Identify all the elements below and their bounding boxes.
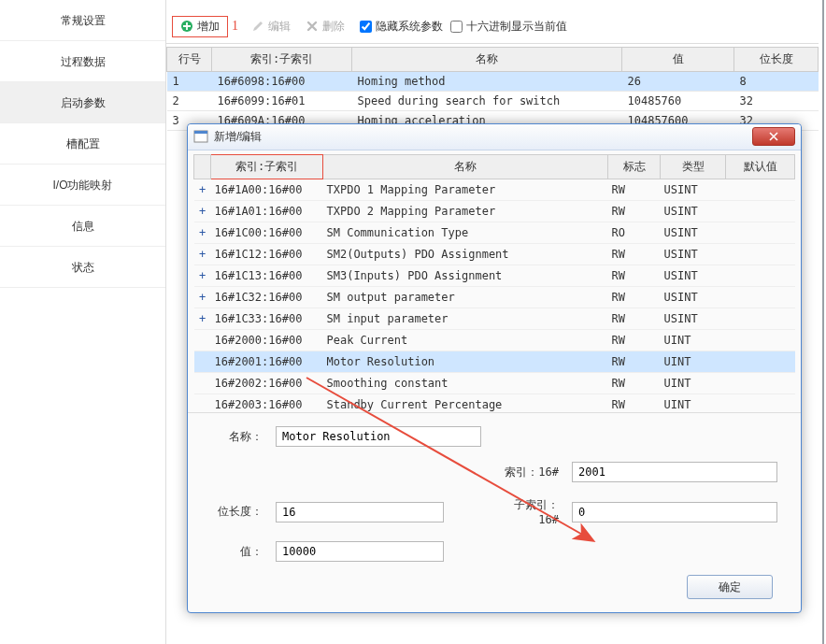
dialog-grid-container[interactable]: 索引:子索引 名称 标志 类型 默认值 +16#1A00:16#00TXPDO … <box>188 150 801 413</box>
sidebar-item-status[interactable]: 状态 <box>0 247 165 288</box>
table-row[interactable]: 16#2002:16#00Smoothing constantRWUINT <box>194 372 795 394</box>
cell-index: 16#1C33:16#00 <box>211 308 323 329</box>
table-row[interactable]: +16#1C12:16#00SM2(Outputs) PDO Assignmen… <box>194 243 795 265</box>
cell-index: 16#1C13:16#00 <box>211 265 323 286</box>
cell-index: 16#1A00:16#00 <box>211 179 323 200</box>
cell-name: SM input parameter <box>323 308 608 329</box>
cell-index: 16#1C12:16#00 <box>211 243 323 265</box>
ok-button-label: 确定 <box>719 580 741 594</box>
expand-icon[interactable]: + <box>194 222 211 243</box>
delete-button[interactable]: 删除 <box>298 17 352 36</box>
expand-icon[interactable]: + <box>194 308 211 329</box>
hide-sys-params-checkbox-input[interactable] <box>360 21 372 33</box>
expand-icon[interactable]: + <box>194 286 211 308</box>
table-row[interactable]: 2 16#6099:16#01 Speed during search for … <box>167 92 819 111</box>
expand-icon[interactable] <box>194 329 211 351</box>
annotation-1: 1 <box>232 19 238 34</box>
hex-display-checkbox-input[interactable] <box>450 21 463 33</box>
toolbar: 增加 1 编辑 删除 隐藏系统参数 十六进制显示当前值 <box>166 9 819 43</box>
dialog-titlebar[interactable]: 新增/编辑 <box>188 124 801 150</box>
expand-icon[interactable]: + <box>194 200 211 222</box>
dcol-flag[interactable]: 标志 <box>608 154 661 179</box>
table-row[interactable]: 16#2000:16#00Peak CurrentRWUINT <box>194 329 795 351</box>
cell-type: USINT <box>661 286 726 308</box>
sidebar-item-general[interactable]: 常规设置 <box>0 0 165 41</box>
value-input[interactable] <box>276 541 444 562</box>
dialog-app-icon <box>193 129 208 144</box>
table-row[interactable]: +16#1A01:16#00TXPDO 2 Mapping ParameterR… <box>194 200 795 222</box>
cell: 26 <box>622 72 734 92</box>
table-row[interactable]: +16#1C33:16#00SM input parameterRWUSINT <box>194 308 795 329</box>
cell-flag: RO <box>608 222 661 243</box>
subindex-input[interactable] <box>572 502 777 522</box>
dcol-index[interactable]: 索引:子索引 <box>211 154 323 179</box>
table-row[interactable]: 16#2001:16#00Motor ResolutionRWUINT <box>194 351 795 372</box>
sidebar-item-info[interactable]: 信息 <box>0 206 165 247</box>
table-row[interactable]: +16#1A00:16#00TXPDO 1 Mapping ParameterR… <box>194 179 795 200</box>
cell-name: TXPDO 2 Mapping Parameter <box>323 200 608 222</box>
cell: 16#6099:16#01 <box>212 92 352 111</box>
expand-icon[interactable] <box>194 351 211 372</box>
sidebar-item-label: 状态 <box>72 261 94 274</box>
hex-display-checkbox[interactable]: 十六进制显示当前值 <box>450 19 567 35</box>
sidebar-item-startup-params[interactable]: 启动参数 <box>0 82 165 123</box>
sidebar-item-label: 启动参数 <box>61 96 106 109</box>
cell-name: TXPDO 1 Mapping Parameter <box>323 179 608 200</box>
index-input[interactable] <box>572 462 777 482</box>
cell-type: USINT <box>661 265 726 286</box>
name-input[interactable] <box>276 426 481 447</box>
sidebar-item-process-data[interactable]: 过程数据 <box>0 41 165 82</box>
bitlen-label: 位长度： <box>201 504 268 520</box>
cell-type: USINT <box>661 179 726 200</box>
cell-flag: RW <box>608 243 661 265</box>
add-edit-dialog: 新增/编辑 索引:子索引 名称 标志 类型 默认值 +16#1A00:16#00… <box>187 123 802 613</box>
expand-icon[interactable] <box>194 394 211 413</box>
hide-sys-params-label: 隐藏系统参数 <box>376 19 443 35</box>
expand-icon[interactable]: + <box>194 179 211 200</box>
cell-name: Smoothing constant <box>323 372 608 394</box>
dcol-type[interactable]: 类型 <box>661 154 726 179</box>
hide-sys-params-checkbox[interactable]: 隐藏系统参数 <box>360 19 443 35</box>
table-row[interactable]: +16#1C00:16#00SM Communication TypeROUSI… <box>194 222 795 243</box>
cell: Homing method <box>352 72 622 92</box>
col-rownum[interactable]: 行号 <box>167 48 212 72</box>
close-button[interactable] <box>752 127 795 146</box>
expand-icon[interactable]: + <box>194 265 211 286</box>
cell-index: 16#1C32:16#00 <box>211 286 323 308</box>
cell: 32 <box>734 92 819 111</box>
col-bitlen[interactable]: 位长度 <box>734 48 819 72</box>
sidebar-item-slot-config[interactable]: 槽配置 <box>0 123 165 165</box>
cell-flag: RW <box>608 329 661 351</box>
ok-button[interactable]: 确定 <box>687 575 773 599</box>
dcol-default[interactable]: 默认值 <box>726 154 795 179</box>
cell-type: USINT <box>661 200 726 222</box>
cell-default <box>726 222 795 243</box>
table-row[interactable]: 16#2003:16#00Standby Current PercentageR… <box>194 394 795 413</box>
table-row[interactable]: 1 16#6098:16#00 Homing method 26 8 <box>167 72 819 92</box>
add-button[interactable]: 增加 <box>172 16 228 37</box>
table-row[interactable]: +16#1C13:16#00SM3(Inputs) PDO Assignment… <box>194 265 795 286</box>
bitlen-input[interactable] <box>276 502 444 522</box>
window-right-border <box>822 0 824 644</box>
name-label: 名称： <box>201 429 268 445</box>
cell-name: SM3(Inputs) PDO Assignment <box>323 265 608 286</box>
cell: 2 <box>167 92 212 111</box>
svg-rect-2 <box>194 131 207 134</box>
cell-default <box>726 243 795 265</box>
cell-default <box>726 394 795 413</box>
sidebar-item-io-mapping[interactable]: I/O功能映射 <box>0 165 165 206</box>
cell-type: USINT <box>661 243 726 265</box>
expand-icon[interactable]: + <box>194 243 211 265</box>
hex-display-label: 十六进制显示当前值 <box>466 19 567 35</box>
col-value[interactable]: 值 <box>622 48 734 72</box>
expand-icon[interactable] <box>194 372 211 394</box>
col-index[interactable]: 索引:子索引 <box>212 48 352 72</box>
dcol-name[interactable]: 名称 <box>323 154 608 179</box>
left-sidebar: 常规设置 过程数据 启动参数 槽配置 I/O功能映射 信息 状态 <box>0 0 166 644</box>
edit-button[interactable]: 编辑 <box>244 17 298 36</box>
cell-name: Standby Current Percentage <box>323 394 608 413</box>
col-name[interactable]: 名称 <box>352 48 622 72</box>
cell-type: UINT <box>661 372 726 394</box>
delete-button-label: 删除 <box>322 19 345 35</box>
table-row[interactable]: +16#1C32:16#00SM output parameterRWUSINT <box>194 286 795 308</box>
